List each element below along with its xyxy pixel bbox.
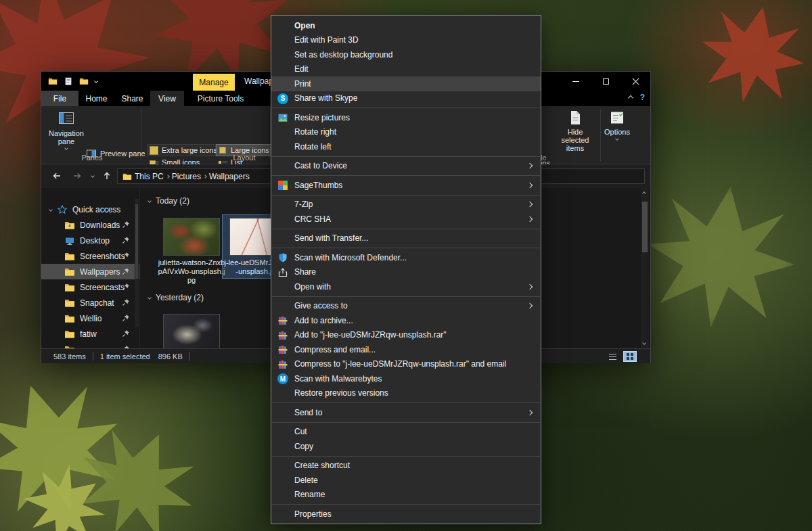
explorer-folder-icon[interactable] (48, 76, 58, 86)
scrollbar-thumb[interactable] (135, 204, 138, 279)
sidebar-item-desktop[interactable]: Desktop (41, 233, 139, 248)
group-header-label: Yesterday (2) (156, 293, 204, 302)
sidebar-item-screenshots[interactable]: Screenshots (41, 248, 139, 264)
maximize-button[interactable] (591, 72, 621, 91)
tab-view[interactable]: View (150, 91, 184, 106)
menu-item-cast-to-device[interactable]: Cast to Device (271, 159, 541, 174)
group-collapse-chevron-icon[interactable] (148, 296, 152, 300)
breadcrumb-wallpapers[interactable]: Wallpapers (209, 172, 250, 181)
breadcrumb-this-pc[interactable]: This PC (135, 172, 164, 181)
file-tile-julietta[interactable]: julietta-watson-ZnxbpAIVxWo-unsplash.jpg (156, 215, 227, 287)
help-icon[interactable]: ? (640, 93, 645, 102)
menu-item-restore-previous-versions[interactable]: Restore previous versions (271, 386, 541, 401)
menu-item-create-shortcut[interactable]: Create shortcut (271, 459, 541, 474)
menu-item-open-with[interactable]: Open with (271, 279, 541, 294)
properties-icon[interactable] (64, 76, 73, 86)
thumbnails-view-button[interactable] (623, 351, 637, 362)
menu-item-send-with-transfer[interactable]: Send with Transfer... (271, 231, 541, 246)
menu-item-compress-to-rar-and-email[interactable]: Compress to "j-lee-ueDSMrJZRqw-unsplash.… (271, 357, 541, 372)
up-button[interactable] (101, 170, 113, 182)
layout-extra-large-icons[interactable]: Extra large icons (147, 144, 216, 156)
menu-item-crc-sha[interactable]: CRC SHA (271, 212, 541, 227)
scroll-down-icon[interactable] (642, 341, 646, 345)
menu-item-give-access-to[interactable]: Give access to (271, 299, 541, 314)
breadcrumb-pictures[interactable]: Pictures (172, 172, 201, 181)
menu-item-sagethumbs[interactable]: SageThumbs (271, 178, 541, 193)
group-collapse-chevron-icon[interactable] (148, 199, 152, 203)
menu-item-compress-and-email[interactable]: Compress and email... (271, 342, 541, 357)
menu-item-properties[interactable]: Properties (271, 507, 541, 522)
minimize-button[interactable] (561, 72, 591, 91)
menu-item-add-to-rar[interactable]: Add to "j-lee-ueDSMrJZRqw-unsplash.rar" (271, 328, 541, 343)
forward-button[interactable] (71, 170, 83, 182)
new-folder-icon[interactable] (79, 76, 89, 86)
back-button[interactable] (51, 170, 63, 182)
navigation-sidebar: Quick access Downloads Desktop Screensho… (41, 188, 139, 348)
menu-item-print[interactable]: Print (271, 76, 541, 91)
group-header-yesterday[interactable]: Yesterday (2) (148, 293, 204, 302)
sidebar-item-label: Screencasts (80, 283, 125, 292)
scroll-up-icon[interactable] (642, 191, 646, 195)
sidebar-item-label: Snapchat (80, 298, 114, 308)
menu-item-rotate-left[interactable]: Rotate left (271, 139, 541, 154)
recent-locations-chevron-icon[interactable] (89, 170, 97, 182)
tab-home[interactable]: Home (78, 91, 114, 106)
item-count-label: 583 items (53, 352, 86, 361)
menu-item-share-with-skype[interactable]: S Share with Skype (271, 91, 541, 106)
menu-item-rotate-right[interactable]: Rotate right (271, 125, 541, 140)
expand-chevron-icon[interactable] (49, 208, 53, 212)
hide-selected-items-button[interactable]: Hide selected items (553, 110, 597, 152)
resize-pictures-icon (277, 112, 288, 123)
navigation-pane-button[interactable]: Navigation pane (47, 110, 86, 149)
tab-picture-tools[interactable]: Picture Tools (191, 91, 250, 106)
menu-item-edit[interactable]: Edit (271, 62, 541, 77)
content-scrollbar[interactable] (641, 188, 649, 348)
sidebar-item-label: Wallpapers (80, 267, 120, 277)
sidebar-item-screencasts[interactable]: Screencasts (41, 279, 139, 295)
menu-item-set-as-desktop-background[interactable]: Set as desktop background (271, 47, 541, 62)
scrollbar-thumb[interactable] (642, 202, 648, 252)
sidebar-item-wallpapers[interactable]: Wallpapers (41, 264, 139, 279)
manage-contextual-tab[interactable]: Manage (193, 74, 235, 91)
sidebar-item-label: Wellio (80, 314, 102, 323)
sidebar-item-quick-access[interactable]: Quick access (41, 202, 139, 217)
menu-item-copy[interactable]: Copy (271, 439, 541, 454)
tab-file[interactable]: File (41, 91, 78, 106)
menu-item-label: Edit (294, 64, 309, 74)
menu-item-resize-pictures[interactable]: Resize pictures (271, 110, 541, 125)
menu-item-rename[interactable]: Rename (271, 488, 541, 503)
menu-item-7zip[interactable]: 7-Zip (271, 198, 541, 212)
tab-share[interactable]: Share (114, 91, 150, 106)
hide-selected-items-label: Hide selected items (553, 128, 597, 152)
menu-item-open[interactable]: Open (271, 18, 541, 33)
menu-item-label: 7-Zip (294, 200, 313, 209)
sidebar-item-label: Screenshots (80, 252, 125, 261)
menu-item-add-to-archive[interactable]: Add to archive... (271, 313, 541, 328)
qat-chevron-down-icon[interactable] (94, 79, 98, 83)
address-folder-icon (122, 172, 132, 181)
pin-icon (122, 298, 130, 306)
sidebar-item-clipped[interactable] (41, 342, 139, 348)
sidebar-item-downloads[interactable]: Downloads (41, 217, 139, 233)
options-button[interactable]: Options (602, 110, 633, 140)
menu-item-share[interactable]: Share (271, 265, 541, 280)
close-button[interactable] (621, 72, 650, 91)
menu-item-delete[interactable]: Delete (271, 473, 541, 488)
menu-item-label: Cast to Device (294, 161, 347, 170)
sidebar-item-fatiw[interactable]: fatiw (41, 326, 139, 342)
sidebar-scrollbar[interactable] (135, 199, 139, 327)
collapse-ribbon-icon[interactable] (628, 95, 633, 101)
group-header-today[interactable]: Today (2) (148, 196, 189, 206)
menu-item-scan-with-microsoft-defender[interactable]: Scan with Microsoft Defender... (271, 250, 541, 265)
details-view-button[interactable] (606, 351, 619, 362)
defender-shield-icon (277, 252, 288, 263)
sidebar-item-snapchat[interactable]: Snapchat (41, 295, 139, 310)
sidebar-item-wellio[interactable]: Wellio (41, 310, 139, 326)
breadcrumb-chevron-icon[interactable] (203, 175, 207, 179)
menu-item-scan-with-malwarebytes[interactable]: M Scan with Malwarebytes (271, 371, 541, 386)
breadcrumb-chevron-icon[interactable] (166, 175, 170, 179)
menu-item-edit-with-paint-3d[interactable]: Edit with Paint 3D (271, 33, 541, 48)
menu-item-cut[interactable]: Cut (271, 425, 541, 440)
file-tile-yesterday[interactable] (156, 311, 227, 348)
menu-item-send-to[interactable]: Send to (271, 405, 541, 420)
